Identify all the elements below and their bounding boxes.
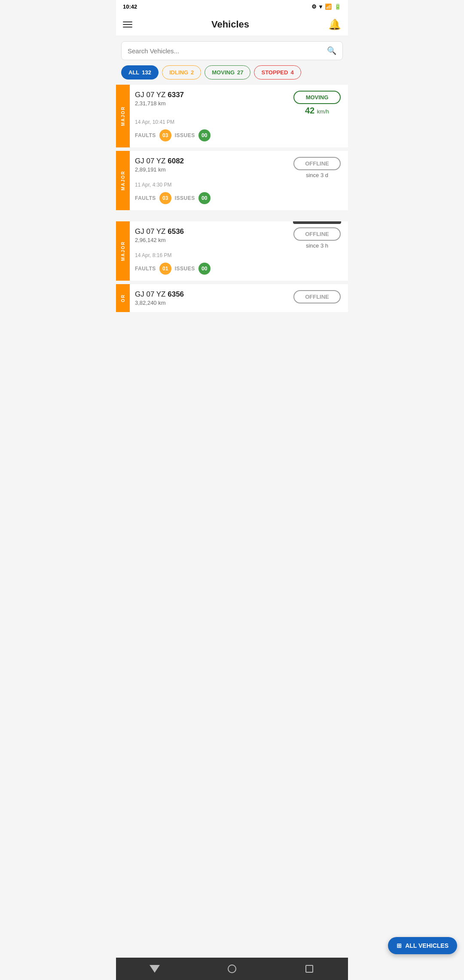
nav-recent-button[interactable] <box>300 962 319 976</box>
card-right: OFFLINE <box>291 290 343 303</box>
bottom-nav <box>116 958 348 980</box>
card-bottom: FAULTS 03 ISSUES 00 <box>135 129 343 141</box>
nav-back-button[interactable] <box>145 962 164 976</box>
filter-moving-count: 27 <box>237 69 243 76</box>
card-date: 14 Apr, 8:16 PM <box>135 252 343 258</box>
status-bar: 10:42 ⚙ ▾ 📶 🔋 <box>116 0 348 13</box>
card-bottom: FAULTS 03 ISSUES 00 <box>135 192 343 204</box>
card-bottom: FAULTS 01 ISSUES 00 <box>135 263 343 275</box>
card-date: 14 Apr, 10:41 PM <box>135 119 343 125</box>
header: Vehicles 🔔 <box>116 13 348 36</box>
faults-label: FAULTS <box>135 195 156 201</box>
settings-icon: ⚙ <box>311 3 317 10</box>
card-content: GJ 07 YZ 6356 3,82,240 km OFFLINE <box>130 284 348 312</box>
faults-badge: 01 <box>159 263 171 275</box>
status-badge-offline: OFFLINE <box>293 290 341 303</box>
card-right: MOVING 42 km/h <box>291 91 343 116</box>
card-left: GJ 07 YZ 6536 2,96,142 km <box>135 227 291 243</box>
side-label-major: MAJOR <box>116 221 130 281</box>
signal-icon: 📶 <box>325 3 332 10</box>
search-bar[interactable]: 🔍 <box>121 41 343 60</box>
card-content: GJ 07 YZ 6082 2,89,191 km OFFLINE since … <box>130 151 348 210</box>
card-date: 11 Apr, 4:30 PM <box>135 182 343 188</box>
vehicle-km: 2,96,142 km <box>135 237 291 243</box>
vehicle-km: 2,31,718 km <box>135 100 291 107</box>
issues-badge: 00 <box>198 192 211 204</box>
vehicle-plate: GJ 07 YZ 6082 <box>135 157 291 165</box>
issues-label: ISSUES <box>175 195 195 201</box>
status-badge-offline: OFFLINE <box>293 227 341 241</box>
status-badge-offline: OFFLINE <box>293 157 341 170</box>
card-left: GJ 07 YZ 6337 2,31,718 km <box>135 91 291 107</box>
back-icon <box>150 965 160 973</box>
no-power-tooltip: No External Power <box>293 221 341 224</box>
faults-label: FAULTS <box>135 266 156 272</box>
filter-tab-idling[interactable]: IDLING 2 <box>162 65 201 80</box>
home-icon <box>228 965 236 973</box>
filter-moving-label: MOVING <box>212 69 235 76</box>
search-input[interactable] <box>128 47 324 55</box>
card-content: GJ 07 YZ 6337 2,31,718 km MOVING 42 km/h… <box>130 85 348 147</box>
wifi-icon: ▾ <box>319 3 322 10</box>
filter-all-label: ALL <box>128 69 139 76</box>
header-icons: 🔔 <box>328 18 341 31</box>
vehicle-plate: GJ 07 YZ 6536 <box>135 227 291 236</box>
issues-badge: 00 <box>198 263 211 275</box>
faults-label: FAULTS <box>135 132 156 138</box>
card-top-row: GJ 07 YZ 6337 2,31,718 km MOVING 42 km/h <box>135 91 343 116</box>
card-right: OFFLINE since 3 d <box>291 157 343 178</box>
filter-tab-stopped[interactable]: STOPPED 4 <box>254 65 301 80</box>
filter-idling-count: 2 <box>191 69 194 76</box>
issues-label: ISSUES <box>175 132 195 138</box>
filter-stopped-label: STOPPED <box>261 69 288 76</box>
nav-home-button[interactable] <box>223 962 241 976</box>
card-left: GJ 07 YZ 6356 3,82,240 km <box>135 290 291 306</box>
search-icon: 🔍 <box>327 46 336 55</box>
card-right: OFFLINE since 3 h <box>291 227 343 249</box>
card-top-row: GJ 07 YZ 6082 2,89,191 km OFFLINE since … <box>135 157 343 178</box>
recent-icon <box>305 965 313 973</box>
page-title: Vehicles <box>211 19 249 30</box>
issues-badge: 00 <box>198 129 211 141</box>
faults-badge: 03 <box>159 129 171 141</box>
vehicle-card[interactable]: MAJOR GJ 07 YZ 6337 2,31,718 km MOVING 4… <box>116 85 348 147</box>
filter-stopped-count: 4 <box>290 69 293 76</box>
since-info: since 3 h <box>306 242 328 249</box>
side-label-major: MAJOR <box>116 151 130 210</box>
vehicle-plate: GJ 07 YZ 6337 <box>135 91 291 99</box>
filter-tab-all[interactable]: ALL 132 <box>121 65 159 80</box>
vehicle-card[interactable]: No External Power MAJOR GJ 07 YZ 6536 2,… <box>116 221 348 281</box>
speed-info: 42 km/h <box>305 106 329 116</box>
filter-tab-moving[interactable]: MOVING 27 <box>205 65 250 80</box>
card-top-row: GJ 07 YZ 6536 2,96,142 km OFFLINE since … <box>135 227 343 249</box>
notifications-icon[interactable]: 🔔 <box>328 18 341 31</box>
faults-badge: 03 <box>159 192 171 204</box>
card-left: GJ 07 YZ 6082 2,89,191 km <box>135 157 291 173</box>
vehicles-list: MAJOR GJ 07 YZ 6337 2,31,718 km MOVING 4… <box>116 85 348 315</box>
vehicle-km: 3,82,240 km <box>135 300 291 306</box>
vehicle-card[interactable]: OR GJ 07 YZ 6356 3,82,240 km OFFLINE <box>116 284 348 312</box>
vehicle-plate: GJ 07 YZ 6356 <box>135 290 291 299</box>
side-label-major: MAJOR <box>116 85 130 147</box>
battery-icon: 🔋 <box>334 3 341 10</box>
side-label-or: OR <box>116 284 130 312</box>
since-info: since 3 d <box>306 172 328 178</box>
vehicle-card[interactable]: MAJOR GJ 07 YZ 6082 2,89,191 km OFFLINE … <box>116 151 348 210</box>
filter-all-count: 132 <box>142 69 151 76</box>
status-icons: ⚙ ▾ 📶 🔋 <box>311 3 341 10</box>
issues-label: ISSUES <box>175 266 195 272</box>
time-display: 10:42 <box>123 3 137 10</box>
filter-idling-label: IDLING <box>169 69 188 76</box>
card-content: GJ 07 YZ 6536 2,96,142 km OFFLINE since … <box>130 221 348 281</box>
menu-button[interactable] <box>123 21 132 28</box>
card-top-row: GJ 07 YZ 6356 3,82,240 km OFFLINE <box>135 290 343 306</box>
vehicle-km: 2,89,191 km <box>135 166 291 173</box>
status-badge-moving: MOVING <box>293 91 341 104</box>
filter-tabs: ALL 132 IDLING 2 MOVING 27 STOPPED 4 <box>116 65 348 80</box>
